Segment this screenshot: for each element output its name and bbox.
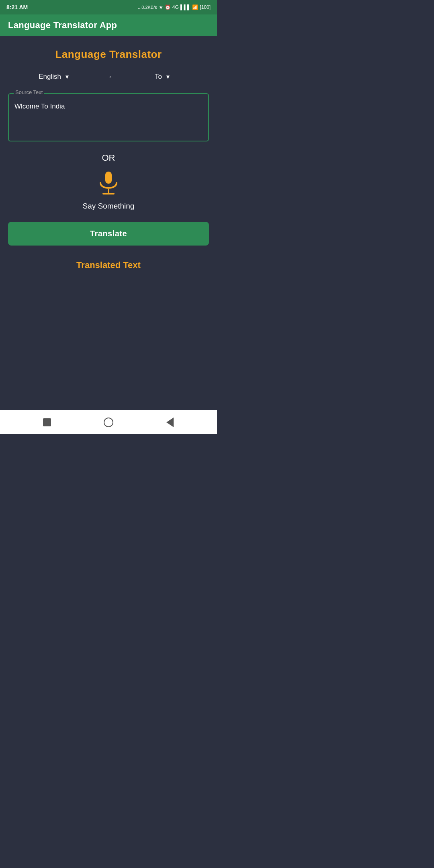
- to-language-chevron-icon: ▼: [165, 74, 171, 80]
- source-text-wrapper: Source Text <span class="misspelled">Wlc…: [8, 93, 209, 143]
- microphone-icon: [94, 170, 123, 198]
- home-button[interactable]: [102, 416, 115, 429]
- from-language-label: English: [39, 73, 61, 81]
- to-language-label: To: [155, 73, 162, 81]
- status-time: 8:21 AM: [6, 4, 28, 10]
- source-text-input[interactable]: <span class="misspelled">Wlcome</span> T…: [8, 93, 209, 141]
- app-bar: Language Translator App: [0, 14, 217, 36]
- bluetooth-icon: ★: [159, 4, 163, 10]
- circle-icon: [104, 418, 113, 427]
- to-language-dropdown[interactable]: To ▼: [117, 73, 209, 81]
- from-language-chevron-icon: ▼: [64, 74, 70, 80]
- svg-rect-0: [105, 172, 112, 184]
- translate-button[interactable]: Translate: [8, 222, 209, 246]
- status-bar: 8:21 AM ...0.2KB/s ★ ⏰ 4G ▌▌▌ 📶 [100]: [0, 0, 217, 14]
- sim-icon: 4G: [172, 4, 179, 10]
- status-icons: ...0.2KB/s ★ ⏰ 4G ▌▌▌ 📶 [100]: [138, 4, 211, 10]
- or-divider: OR: [102, 153, 115, 163]
- alarm-icon: ⏰: [165, 4, 171, 10]
- bottom-navigation: [0, 410, 217, 434]
- recent-apps-button[interactable]: [41, 416, 53, 429]
- say-something-label: Say Something: [83, 202, 135, 211]
- mic-button[interactable]: Say Something: [83, 170, 135, 211]
- translated-text-title: Translated Text: [76, 260, 141, 270]
- app-title: Language Translator App: [8, 20, 117, 30]
- language-arrow-icon: →: [100, 72, 117, 81]
- network-speed: ...0.2KB/s: [138, 5, 157, 10]
- source-text-label: Source Text: [14, 89, 44, 95]
- page-title: Language Translator: [55, 48, 162, 61]
- wifi-icon: 📶: [192, 4, 198, 10]
- back-button[interactable]: [164, 416, 176, 429]
- language-selector-row: English ▼ → To ▼: [8, 72, 209, 81]
- from-language-dropdown[interactable]: English ▼: [8, 73, 100, 81]
- square-icon: [43, 418, 51, 426]
- back-triangle-icon: [166, 418, 174, 427]
- signal-icon: ▌▌▌: [180, 4, 191, 10]
- main-content: Language Translator English ▼ → To ▼ Sou…: [0, 36, 217, 410]
- battery-icon: [100]: [200, 4, 211, 10]
